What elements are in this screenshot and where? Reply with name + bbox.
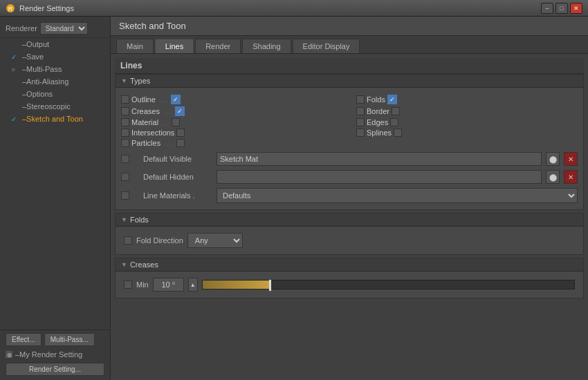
material-checkbox[interactable] — [121, 118, 129, 126]
border-checkbox[interactable] — [356, 107, 365, 115]
creases-dots: . . . . — [163, 108, 172, 115]
main-content: Sketch and Toon Main Lines Render Shadin… — [111, 17, 588, 380]
material-dots: . . . — [162, 119, 168, 126]
default-visible-label: Default Visible — [143, 155, 212, 163]
crease-min-input[interactable] — [153, 278, 184, 292]
tab-main[interactable]: Main — [116, 39, 154, 53]
outline-toggle[interactable]: ✓ — [171, 95, 181, 104]
fold-direction-checkbox[interactable] — [124, 236, 132, 245]
renderer-label: Renderer — [6, 24, 37, 32]
material-label: Material — [131, 118, 158, 126]
close-button[interactable]: ✕ — [570, 3, 582, 14]
crease-min-checkbox[interactable] — [124, 281, 132, 289]
default-visible-checkbox[interactable] — [121, 155, 129, 163]
sidebar-item-sketch-toon[interactable]: ✓ –Sketch and Toon — [0, 113, 110, 125]
fold-direction-select[interactable]: Any Convex Concave — [187, 233, 243, 248]
fold-direction-row: Fold Direction Any Convex Concave — [121, 231, 578, 250]
outline-checkbox[interactable] — [121, 95, 129, 104]
folds-label: Folds — [367, 95, 385, 104]
sidebar-item-multipass[interactable]: ○ –Multi-Pass — [0, 63, 110, 75]
panel-content: Lines ▼ Types Outline . . . . ✓ — [111, 54, 588, 380]
line-materials-select[interactable]: Defaults — [217, 188, 578, 203]
types-grid: Outline . . . . ✓ Folds ✓ — [121, 92, 578, 150]
intersections-toggle[interactable] — [176, 129, 185, 137]
crease-stepper: ▲ — [188, 278, 198, 292]
folds-toggle[interactable]: ✓ — [387, 95, 397, 104]
default-visible-clear-btn[interactable]: ✕ — [564, 152, 578, 166]
folds-section-label: Folds — [130, 216, 149, 224]
default-hidden-row: Default Hidden ⬤ ✕ — [121, 168, 578, 186]
tab-render[interactable]: Render — [195, 39, 241, 53]
types-section-header[interactable]: ▼ Types — [116, 75, 583, 88]
particles-toggle[interactable] — [176, 139, 185, 147]
type-row-edges: Edges — [356, 118, 578, 126]
app-icon: R — [6, 3, 15, 13]
outline-dots: . . . . — [159, 96, 167, 104]
check-icon-save: ✓ — [11, 53, 19, 61]
type-row-creases: Creases . . . . ✓ — [121, 106, 342, 116]
type-row-particles: Particles . . . . — [121, 139, 342, 147]
splines-toggle[interactable] — [394, 129, 402, 137]
particles-checkbox[interactable] — [121, 139, 129, 147]
window-title: Render Settings — [19, 4, 541, 12]
tab-editor-display[interactable]: Editor Display — [293, 39, 360, 53]
line-materials-checkbox[interactable] — [121, 191, 129, 200]
default-hidden-input[interactable] — [217, 170, 542, 184]
check-icon-sketch-toon: ✓ — [11, 115, 19, 123]
sidebar-item-output[interactable]: –Output — [0, 38, 110, 50]
creases-section: ▼ Creases Min ▲ — [115, 258, 584, 298]
default-hidden-pick-btn[interactable]: ⬤ — [546, 170, 560, 184]
splines-checkbox[interactable] — [356, 129, 365, 137]
minimize-button[interactable]: – — [541, 3, 553, 14]
crease-decrement-btn[interactable]: ▲ — [188, 278, 198, 292]
default-hidden-clear-btn[interactable]: ✕ — [564, 170, 578, 184]
svg-text:⚙: ⚙ — [7, 352, 12, 358]
folds-checkbox[interactable] — [356, 95, 365, 104]
crease-slider-thumb — [269, 280, 271, 291]
border-toggle[interactable] — [392, 107, 400, 115]
creases-toggle[interactable]: ✓ — [175, 106, 185, 116]
crease-slider[interactable] — [202, 280, 575, 289]
tab-shading[interactable]: Shading — [242, 39, 291, 53]
default-visible-pick-btn[interactable]: ⬤ — [546, 152, 560, 166]
default-visible-input[interactable]: Sketch Mat — [217, 152, 542, 166]
sidebar-label-antialiasing: –Anti-Aliasing — [22, 77, 68, 86]
creases-checkbox[interactable] — [121, 107, 129, 115]
lines-section-header: Lines — [115, 58, 584, 74]
edges-checkbox[interactable] — [356, 118, 365, 126]
creases-section-body: Min ▲ — [116, 272, 583, 298]
effect-button[interactable]: Effect... — [6, 333, 42, 346]
sidebar-item-options[interactable]: –Options — [0, 88, 110, 100]
tab-lines[interactable]: Lines — [155, 39, 194, 53]
material-toggle[interactable] — [172, 118, 180, 126]
my-render-setting-label: –My Render Setting — [15, 350, 82, 359]
sidebar-items: –Output ✓ –Save ○ –Multi-Pass –Anti-Alia… — [0, 38, 110, 330]
edges-toggle[interactable] — [390, 118, 398, 126]
type-row-outline: Outline . . . . ✓ — [121, 95, 342, 104]
sidebar-label-multipass: –Multi-Pass — [22, 65, 62, 73]
sidebar-item-stereoscopic[interactable]: –Stereoscopic — [0, 100, 110, 113]
sidebar-action-btns: Effect... Multi-Pass... — [0, 330, 110, 349]
edges-label: Edges — [367, 118, 388, 126]
creases-section-header[interactable]: ▼ Creases — [116, 258, 583, 272]
intersections-checkbox[interactable] — [121, 129, 129, 137]
render-setting-button[interactable]: Render Setting... — [6, 363, 104, 376]
content-header: Sketch and Toon — [111, 17, 588, 36]
sidebar-item-antialiasing[interactable]: –Anti-Aliasing — [0, 75, 110, 88]
tabs-bar: Main Lines Render Shading Editor Display — [111, 36, 588, 54]
renderer-select[interactable]: Standard — [40, 22, 88, 35]
sidebar-label-stereoscopic: –Stereoscopic — [22, 102, 71, 111]
window-controls: – □ ✕ — [541, 3, 582, 14]
types-section: ▼ Types Outline . . . . ✓ — [115, 74, 584, 210]
default-hidden-checkbox[interactable] — [121, 173, 129, 181]
crease-min-label: Min — [136, 281, 149, 289]
default-visible-row: Default Visible Sketch Mat ⬤ ✕ — [121, 150, 578, 168]
border-label: Border — [367, 107, 389, 115]
sidebar-item-save[interactable]: ✓ –Save — [0, 50, 110, 63]
multi-pass-button[interactable]: Multi-Pass... — [44, 333, 95, 346]
line-materials-label: Line Materials . — [143, 191, 212, 200]
content-title: Sketch and Toon — [119, 21, 186, 31]
particles-dots: . . . . — [164, 140, 172, 147]
maximize-button[interactable]: □ — [555, 3, 568, 14]
folds-section-header[interactable]: ▼ Folds — [116, 213, 583, 227]
